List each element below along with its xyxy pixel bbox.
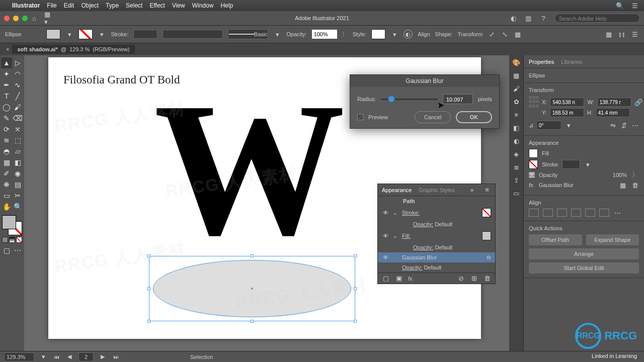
distribute-icon[interactable]: ⫿⫿ xyxy=(618,30,626,38)
zoom-tool-icon[interactable]: 🔍 xyxy=(12,201,23,212)
h-input[interactable]: 41.4 mm xyxy=(596,108,630,117)
ok-button[interactable]: OK xyxy=(456,111,492,123)
crop-icon[interactable]: ▦ xyxy=(514,30,522,38)
align-more-icon[interactable]: ⋯ xyxy=(613,209,621,217)
recolor-icon[interactable]: ◐ xyxy=(404,30,413,39)
artboards-panel-icon[interactable]: ▭ xyxy=(512,189,520,197)
radius-slider[interactable] xyxy=(381,99,438,100)
visibility-icon[interactable]: 👁 xyxy=(382,254,389,260)
clear-appearance-icon[interactable]: ⊘ xyxy=(457,275,465,283)
stroke-swatch[interactable] xyxy=(482,208,491,217)
opacity-row[interactable]: Opacity: xyxy=(413,244,433,250)
color-panel-icon[interactable]: 🎨 xyxy=(512,58,520,66)
symbols-panel-icon[interactable]: ✿ xyxy=(512,98,520,106)
gaussian-blur-dialog[interactable]: Gaussian Blur Radius: 10.097 pixels ✓ Pr… xyxy=(350,74,500,129)
type-tool-icon[interactable]: T xyxy=(1,90,12,102)
home-icon[interactable]: ⌂ xyxy=(30,14,38,22)
tab-appearance[interactable]: Appearance xyxy=(382,187,412,193)
fill-row[interactable]: Fill: xyxy=(402,233,411,239)
arrange-button[interactable]: Arrange xyxy=(529,248,639,259)
artboard-number-input[interactable]: 2 xyxy=(78,352,94,361)
visibility-icon[interactable]: 👁 xyxy=(382,210,389,216)
opacity-row[interactable]: Opacity: xyxy=(413,221,433,227)
gradient-tool-icon[interactable]: ◧ xyxy=(12,157,23,168)
flip-v-icon[interactable]: ⇵ xyxy=(620,121,628,129)
magic-wand-tool-icon[interactable]: ✦ xyxy=(1,68,12,79)
gradient-panel-icon[interactable]: ◧ xyxy=(512,124,520,132)
new-stroke-icon[interactable]: ▢ xyxy=(382,275,390,283)
width-tool-icon[interactable]: ≋ xyxy=(1,135,12,146)
tab-properties[interactable]: Properties xyxy=(529,59,554,65)
isolate-icon[interactable]: ⤢ xyxy=(488,30,496,38)
arrange-docs-icon[interactable]: ▥ xyxy=(524,14,532,22)
flip-h-icon[interactable]: ⇋ xyxy=(609,121,617,129)
curvature-tool-icon[interactable]: ∿ xyxy=(12,79,23,90)
expand-icon[interactable]: ⌄ xyxy=(393,210,398,216)
menu-type[interactable]: Type xyxy=(106,2,119,9)
align-bottom-icon[interactable] xyxy=(599,209,609,217)
direct-selection-tool-icon[interactable]: ▷ xyxy=(12,57,23,68)
radius-input[interactable]: 10.097 xyxy=(443,94,473,104)
stroke-swatch[interactable] xyxy=(78,29,93,39)
prev-artboard-icon[interactable]: ◀ xyxy=(65,353,73,360)
y-input[interactable]: 188.53 m xyxy=(550,108,584,117)
menu-view[interactable]: View xyxy=(172,2,185,9)
selected-ellipse[interactable] xyxy=(149,256,355,321)
offset-path-button[interactable]: Offset Path xyxy=(529,234,582,245)
shaper-tool-icon[interactable]: ✎ xyxy=(1,113,12,124)
appearance-floating-panel[interactable]: Appearance Graphic Styles » ≡ Path 👁⌄Str… xyxy=(377,184,496,284)
asset-export-panel-icon[interactable]: ⇪ xyxy=(512,176,520,184)
scale-tool-icon[interactable]: ⤧ xyxy=(12,124,23,135)
stroke-color-swatch[interactable] xyxy=(529,160,538,169)
opacity-value[interactable]: 100% xyxy=(613,172,627,178)
new-fill-icon[interactable]: ▣ xyxy=(395,275,403,283)
search-icon[interactable]: 🔍 xyxy=(616,2,624,10)
stroke-row[interactable]: Stroke: xyxy=(402,210,420,216)
link-wh-icon[interactable]: 🔗 xyxy=(634,98,642,106)
blend-tool-icon[interactable]: ◉ xyxy=(12,168,23,179)
swatches-panel-icon[interactable]: ▦ xyxy=(512,71,520,79)
menu-effect[interactable]: Effect xyxy=(149,2,165,9)
fx-icon[interactable]: fx. xyxy=(529,182,535,188)
stroke-weight-dd[interactable] xyxy=(562,160,580,169)
first-artboard-icon[interactable]: ⏮ xyxy=(52,354,60,360)
reference-point-grid[interactable] xyxy=(529,96,539,108)
tab-libraries[interactable]: Libraries xyxy=(561,59,582,65)
graphic-style-swatch[interactable] xyxy=(371,29,385,39)
align-left-icon[interactable] xyxy=(529,209,539,217)
gaussian-blur-row[interactable]: Gaussian Blur xyxy=(402,254,482,260)
lasso-tool-icon[interactable]: ◠ xyxy=(12,68,23,79)
opacity-input[interactable]: 100% xyxy=(312,30,337,39)
layers-panel-icon[interactable]: ≣ xyxy=(512,163,520,171)
menu-file[interactable]: File xyxy=(47,2,56,9)
delete-icon[interactable]: 🗑 xyxy=(483,275,491,283)
isolate2-icon[interactable]: ⤡ xyxy=(501,30,509,38)
artboard-tool-icon[interactable]: ▭ xyxy=(1,190,12,201)
start-global-edit-button[interactable]: Start Global Edit xyxy=(529,262,639,274)
ellipse-tool-icon[interactable]: ◯ xyxy=(1,102,12,113)
pen-tool-icon[interactable]: ✒ xyxy=(1,79,12,90)
align-top-icon[interactable] xyxy=(571,209,581,217)
fill-color-swatch[interactable] xyxy=(529,149,538,158)
shape-builder-tool-icon[interactable]: ◓ xyxy=(1,146,12,157)
close-doc-icon[interactable]: × xyxy=(3,46,12,52)
opacity-row[interactable]: Opacity: xyxy=(402,264,422,270)
transparency-panel-icon[interactable]: ◐ xyxy=(512,137,520,145)
brush-definition[interactable]: Basic xyxy=(228,29,268,39)
slider-thumb[interactable] xyxy=(388,96,395,103)
menu-edit[interactable]: Edit xyxy=(64,2,74,9)
visibility-icon[interactable]: 👁 xyxy=(382,233,389,239)
align-link[interactable]: Align xyxy=(418,31,430,37)
slice-tool-icon[interactable]: ✂ xyxy=(12,190,23,201)
menu-help[interactable]: Help xyxy=(220,2,233,9)
collapse-icon[interactable]: » xyxy=(468,186,476,194)
screen-mode-icon[interactable]: ▢ xyxy=(1,245,12,256)
rotate-tool-icon[interactable]: ⟳ xyxy=(1,124,12,135)
fill-swatch[interactable] xyxy=(482,231,491,240)
eraser-tool-icon[interactable]: ⌫ xyxy=(12,113,23,124)
rotate-input[interactable]: 0° xyxy=(536,121,561,130)
stroke-panel-icon[interactable]: ≡ xyxy=(512,111,520,119)
mesh-tool-icon[interactable]: ▦ xyxy=(1,157,12,168)
cloud-sync-icon[interactable]: ◐ xyxy=(509,14,517,22)
expand-icon[interactable]: ⌄ xyxy=(393,233,398,239)
